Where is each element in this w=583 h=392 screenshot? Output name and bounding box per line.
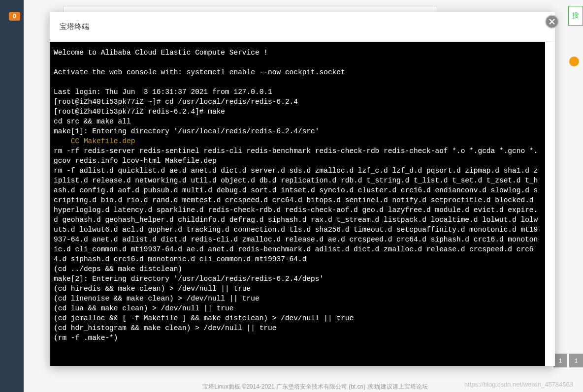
- pagination: 1 1: [553, 354, 583, 367]
- modal-title: 宝塔终端: [60, 22, 89, 31]
- terminal-line: make[1]: Entering directory '/usr/local/…: [54, 127, 320, 135]
- warning-icon: [569, 57, 579, 66]
- terminal-line: Last login: Thu Jun 3 16:31:37 2021 from…: [54, 88, 272, 96]
- modal-header: 宝塔终端: [50, 12, 555, 42]
- terminal-output[interactable]: Welcome to Alibaba Cloud Elastic Compute…: [50, 42, 545, 366]
- notification-badge[interactable]: 0: [9, 12, 20, 21]
- terminal-line: (cd lua && make clean) > /dev/null || tr…: [54, 304, 233, 312]
- watermark-text: https://blog.csdn.net/weixin_45784663: [464, 381, 573, 388]
- close-icon[interactable]: [545, 15, 559, 29]
- terminal-line: (rm -f .make-*): [54, 334, 118, 342]
- pagination-page-2[interactable]: 1: [569, 354, 583, 367]
- terminal-line: rm -rf redis-server redis-sentinel redis…: [54, 147, 538, 165]
- terminal-wrapper: Welcome to Alibaba Cloud Elastic Compute…: [50, 42, 555, 366]
- sidebar: [0, 0, 24, 392]
- terminal-line: (cd linenoise && make clean) > /dev/null…: [54, 295, 259, 302]
- search-button[interactable]: 搜: [568, 6, 583, 26]
- terminal-prompt: [root@iZh40ti53pk77iZ redis-6.2.: [54, 108, 191, 116]
- terminal-prompt: [root@iZh40ti53pk77iZ ~]# cd /usr/local/…: [54, 98, 298, 106]
- terminal-line: (cd hiredis && make clean) > /dev/null |…: [54, 285, 251, 293]
- terminal-line: (cd hdr_histogram && make clean) > /dev/…: [54, 324, 276, 332]
- terminal-line: Welcome to Alibaba Cloud Elastic Compute…: [54, 49, 268, 57]
- terminal-cc-line: CC Makefile.dep: [54, 137, 135, 145]
- pagination-page-1[interactable]: 1: [553, 354, 567, 367]
- terminal-line: (cd ../deps && make distclean): [54, 265, 182, 273]
- terminal-modal: 宝塔终端 Welcome to Alibaba Cloud Elastic Co…: [50, 12, 555, 366]
- terminal-line: make[2]: Entering directory '/usr/local/…: [54, 275, 324, 283]
- terminal-line: cd src && make all: [54, 118, 131, 125]
- terminal-line: (cd jemalloc && [ -f Makefile ] && make …: [54, 314, 354, 322]
- terminal-line: rm -f adlist.d quicklist.d ae.d anet.d d…: [54, 167, 538, 263]
- terminal-command-highlighted: 4]# make: [191, 108, 225, 116]
- terminal-line: Activate the web console with: systemctl…: [54, 68, 345, 76]
